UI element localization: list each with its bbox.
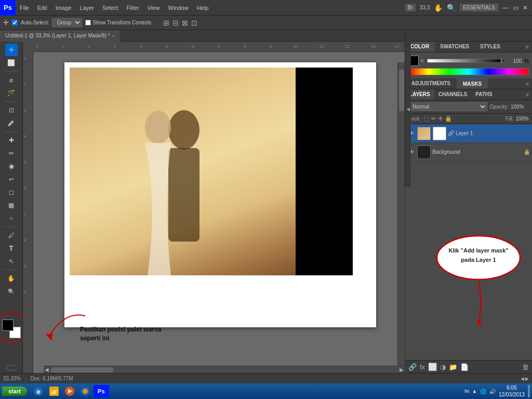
transform-checkbox[interactable] xyxy=(85,20,91,25)
menu-image[interactable]: Image xyxy=(51,2,76,14)
crop-tool[interactable]: ⊡ xyxy=(5,104,18,116)
start-button[interactable]: start xyxy=(2,387,27,396)
path-select-tool[interactable]: ↖ xyxy=(5,255,18,268)
hand-icon[interactable]: ✋ xyxy=(434,4,443,12)
align-icon-1[interactable]: ⊞ xyxy=(163,19,169,27)
close-btn[interactable]: ✕ xyxy=(523,4,528,11)
tab-close-btn[interactable]: × xyxy=(112,33,115,38)
menu-select[interactable]: Select xyxy=(98,2,123,14)
eyedropper-tool[interactable]: 💉 xyxy=(5,117,18,129)
text-tool[interactable]: T xyxy=(5,242,18,255)
minimize-btn[interactable]: — xyxy=(502,4,509,11)
document-tab[interactable]: Untitled-1 @ 33,3% (Layer 1, Layer Mask/… xyxy=(0,30,121,42)
k-slider-thumb[interactable] xyxy=(501,59,502,62)
marquee-tool[interactable]: ⬜ xyxy=(5,57,18,69)
hand-tool[interactable]: ✋ xyxy=(5,272,18,285)
clone-tool[interactable]: ◉ xyxy=(5,160,18,172)
taskbar-show-desktop[interactable] xyxy=(528,385,530,397)
brush-tool[interactable]: ✏ xyxy=(5,147,18,159)
menu-layer[interactable]: Layer xyxy=(75,2,98,14)
layer1-mask-thumbnail[interactable] xyxy=(433,127,446,140)
tab-adjustments[interactable]: ADJUSTMENTS xyxy=(405,78,457,89)
taskbar-explorer-icon[interactable]: 📁 xyxy=(47,385,61,397)
healing-tool[interactable]: ✚ xyxy=(5,134,18,147)
menu-help[interactable]: Help xyxy=(193,2,213,14)
pen-tool[interactable]: 🖊 xyxy=(5,229,18,242)
new-fill-btn[interactable]: ◑ xyxy=(440,363,446,371)
align-icon-4[interactable]: ⊡ xyxy=(191,19,197,27)
menu-window[interactable]: Window xyxy=(164,2,193,14)
gradient-tool[interactable]: ▦ xyxy=(5,199,18,211)
taskbar-ie-icon[interactable]: e xyxy=(31,385,46,397)
canvas-area: 0 1 2 3 4 5 6 7 8 9 10 11 12 13 14 1 2 xyxy=(23,42,405,373)
lock-all-icon[interactable]: 🔒 xyxy=(445,115,452,122)
vertical-scrollbar[interactable] xyxy=(397,62,405,366)
dodge-tool[interactable]: ○ xyxy=(5,212,18,224)
magic-wand-tool[interactable]: 🪄 xyxy=(5,87,18,99)
auto-select-checkbox[interactable] xyxy=(12,20,18,25)
restore-btn[interactable]: ▭ xyxy=(513,4,518,11)
panel-collapse-btn[interactable]: ◀ xyxy=(405,31,411,187)
volume-icon[interactable]: 🔊 xyxy=(489,389,496,394)
layer-styles-btn[interactable]: fx xyxy=(420,363,425,371)
color-panel-tabs: COLOR SWATCHES STYLES ≡ xyxy=(405,42,532,52)
blend-mode-select[interactable]: Normal Multiply Screen xyxy=(408,102,487,111)
k-value: 100 xyxy=(506,58,522,64)
svg-text:9: 9 xyxy=(24,264,26,269)
tab-swatches[interactable]: SWATCHES xyxy=(435,42,475,52)
scroll-left-status[interactable]: ◀ xyxy=(521,376,524,381)
ps-bridge-icon[interactable]: Br xyxy=(405,4,416,11)
link-layers-btn[interactable]: 🔗 xyxy=(408,363,417,371)
opacity-label: Opacity: xyxy=(489,104,509,110)
auto-select-dropdown[interactable]: Group Layer xyxy=(52,18,82,27)
layer1-name: Layer 1 xyxy=(456,130,530,136)
tab-paths[interactable]: PATHS xyxy=(471,89,496,100)
lock-transparent-icon[interactable]: ⬚ xyxy=(424,115,429,122)
zoom-tool[interactable]: 🔍 xyxy=(5,285,18,298)
taskbar-arrow-up[interactable]: ▲ xyxy=(472,389,477,394)
opacity-value[interactable]: 100% xyxy=(511,104,529,110)
foreground-color-swatch[interactable] xyxy=(2,320,14,331)
eraser-tool[interactable]: ◻ xyxy=(5,186,18,198)
tab-masks[interactable]: MASKS xyxy=(457,78,488,89)
quick-mask-btn[interactable] xyxy=(6,365,17,371)
fill-value[interactable]: 100% xyxy=(515,116,529,122)
taskbar-media-icon[interactable] xyxy=(62,385,77,397)
menu-file[interactable]: File xyxy=(16,2,33,14)
zoom-icon[interactable]: 🔍 xyxy=(447,4,456,12)
k-slider-track[interactable] xyxy=(427,59,504,63)
palette-annotation: Pastikan posisi palet warna seperti ini xyxy=(80,325,162,342)
taskbar-firefox-icon[interactable] xyxy=(78,385,92,397)
taskbar-ps-icon[interactable]: Ps xyxy=(94,385,109,397)
align-icon-2[interactable]: ⊟ xyxy=(172,19,179,27)
essentials-label[interactable]: ESSENTIALS xyxy=(460,4,498,11)
scroll-left-btn[interactable]: ◀ xyxy=(44,367,50,373)
layer-item-background[interactable]: 👁 Background 🔒 xyxy=(405,143,532,162)
lock-image-icon[interactable]: ✏ xyxy=(431,115,436,122)
layers-panel-menu[interactable]: ≡ xyxy=(523,89,532,100)
new-group-btn[interactable]: 📁 xyxy=(449,363,457,371)
new-layer-btn[interactable]: 📄 xyxy=(460,363,469,371)
delete-layer-btn[interactable]: 🗑 xyxy=(522,363,529,371)
tab-styles[interactable]: STYLES xyxy=(475,42,506,52)
scroll-right-status[interactable]: ▶ xyxy=(525,376,529,381)
layer-item-layer1[interactable]: 👁 🔗 Layer 1 xyxy=(405,124,532,143)
layer1-chain-icon[interactable]: 🔗 xyxy=(448,130,454,136)
lasso-tool[interactable]: ⌀ xyxy=(5,74,18,86)
scrollbar-thumb-h[interactable] xyxy=(51,367,113,373)
adj-panel-menu[interactable]: ≡ xyxy=(523,78,532,89)
move-tool[interactable]: ✛ xyxy=(5,44,18,56)
add-mask-btn[interactable]: ⬜ xyxy=(428,363,437,371)
scroll-right-btn[interactable]: ▶ xyxy=(398,367,405,373)
color-panel-menu[interactable]: ≡ xyxy=(523,42,532,52)
menu-edit[interactable]: Edit xyxy=(33,2,51,14)
color-spectrum[interactable] xyxy=(408,68,529,75)
horizontal-scrollbar[interactable]: ◀ ▶ xyxy=(44,366,405,373)
menu-view[interactable]: View xyxy=(143,2,164,14)
lock-position-icon[interactable]: ✛ xyxy=(438,115,443,122)
history-brush[interactable]: ↩ xyxy=(5,173,18,185)
tab-channels[interactable]: CHANNELS xyxy=(434,89,472,100)
align-icon-3[interactable]: ⊠ xyxy=(182,19,188,27)
scrollbar-thumb-v[interactable] xyxy=(399,70,404,111)
menu-filter[interactable]: Filter xyxy=(122,2,143,14)
